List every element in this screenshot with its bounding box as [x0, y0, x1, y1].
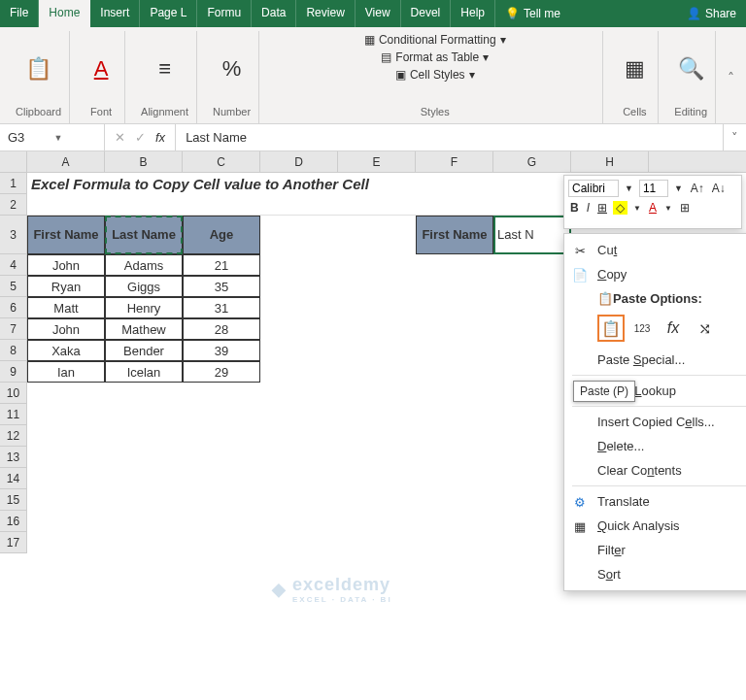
table-cell[interactable]: Xaka — [27, 340, 105, 361]
table-header[interactable]: First Name — [27, 216, 105, 254]
paste-option-paste[interactable]: 📋 — [597, 315, 625, 342]
col-header-d[interactable]: D — [260, 151, 338, 172]
cell-styles[interactable]: ▣Cell Styles ▾ — [395, 68, 475, 82]
table-cell[interactable]: Adams — [105, 254, 183, 276]
border-button[interactable]: ⊞ — [678, 201, 692, 215]
number-button[interactable]: % — [217, 53, 248, 84]
menu-insert-copied[interactable]: Insert Copied Cells... — [564, 410, 746, 434]
menu-translate[interactable]: ⚙Translate — [564, 489, 746, 514]
table-cell[interactable]: 35 — [183, 276, 260, 297]
paste-option-transpose[interactable]: ⤭ — [691, 315, 718, 342]
row-header[interactable]: 11 — [0, 404, 27, 425]
table-cell[interactable]: 39 — [183, 340, 260, 361]
font-color-button[interactable]: A — [647, 201, 659, 215]
row-header[interactable]: 1 — [0, 173, 27, 194]
grow-font-icon[interactable]: A↑ — [689, 182, 706, 195]
editing-button[interactable]: 🔍 — [675, 53, 706, 84]
selected-cell[interactable]: Last N — [493, 216, 571, 254]
menu-delete[interactable]: Delete... — [564, 434, 746, 458]
table-cell[interactable]: Giggs — [105, 276, 183, 297]
name-box[interactable]: G3▼ — [0, 124, 105, 150]
tab-review[interactable]: Review — [296, 0, 355, 27]
row-header[interactable]: 7 — [0, 318, 27, 340]
fx-icon[interactable]: fx — [155, 130, 165, 145]
paste-button[interactable]: 📋 — [23, 53, 54, 84]
row-header[interactable]: 13 — [0, 447, 27, 468]
mini-font-select[interactable] — [568, 180, 619, 197]
table-cell[interactable]: Ryan — [27, 276, 105, 297]
tab-data[interactable]: Data — [252, 0, 296, 27]
menu-filter[interactable]: Filter — [564, 538, 746, 562]
row-header[interactable]: 8 — [0, 340, 27, 361]
share-button[interactable]: 👤Share — [677, 0, 746, 27]
tab-home[interactable]: Home — [39, 0, 90, 27]
table-header-copied[interactable]: Last Name — [105, 216, 183, 254]
tab-view[interactable]: View — [356, 0, 401, 27]
row-header[interactable]: 6 — [0, 297, 27, 318]
dest-header[interactable]: First Name — [416, 216, 493, 254]
tell-me[interactable]: 💡Tell me — [495, 0, 570, 27]
bold-button[interactable]: B — [568, 201, 581, 215]
tab-file[interactable]: File — [0, 0, 39, 27]
table-cell[interactable]: 31 — [183, 297, 260, 318]
tab-insert[interactable]: Insert — [90, 0, 140, 27]
table-cell[interactable]: John — [27, 254, 105, 276]
formula-input[interactable]: Last Name — [176, 124, 723, 150]
alignment-button[interactable]: ≡ — [150, 53, 181, 84]
row-header[interactable]: 14 — [0, 468, 27, 489]
col-header-b[interactable]: B — [105, 151, 183, 172]
font-button[interactable]: A — [85, 53, 117, 84]
expand-formula-icon[interactable]: ˅ — [723, 124, 746, 150]
col-header-h[interactable]: H — [571, 151, 649, 172]
paste-option-values[interactable]: 123 — [628, 315, 656, 342]
shrink-font-icon[interactable]: A↓ — [710, 182, 728, 195]
title-cell[interactable]: Excel Formula to Copy Cell value to Anot… — [27, 173, 649, 194]
collapse-ribbon-icon[interactable]: ˄ — [724, 70, 738, 85]
row-header[interactable]: 5 — [0, 276, 27, 297]
cells-button[interactable]: ▦ — [619, 53, 650, 84]
table-cell[interactable]: 28 — [183, 318, 260, 340]
table-cell[interactable]: Mathew — [105, 318, 183, 340]
menu-cut[interactable]: ✂Cut — [564, 238, 746, 262]
menu-sort[interactable]: Sort — [564, 562, 746, 586]
col-header-a[interactable]: A — [27, 151, 105, 172]
table-cell[interactable]: Ian — [27, 361, 105, 383]
col-header-f[interactable]: F — [416, 151, 493, 172]
tab-help[interactable]: Help — [451, 0, 495, 27]
underline-button[interactable]: ⊞ — [595, 201, 609, 215]
row-header[interactable]: 12 — [0, 425, 27, 447]
table-cell[interactable]: Matt — [27, 297, 105, 318]
row-header[interactable]: 10 — [0, 383, 27, 404]
row-header[interactable]: 4 — [0, 254, 27, 276]
menu-copy[interactable]: 📄Copy — [564, 262, 746, 286]
col-header-c[interactable]: C — [183, 151, 260, 172]
cancel-icon[interactable]: ✕ — [115, 130, 125, 145]
mini-size-select[interactable] — [639, 180, 668, 197]
tab-page-layout[interactable]: Page L — [140, 0, 197, 27]
table-cell[interactable]: John — [27, 318, 105, 340]
row-header[interactable]: 2 — [0, 194, 27, 216]
row-header[interactable]: 3 — [0, 216, 27, 254]
row-header[interactable]: 17 — [0, 532, 27, 553]
tab-formulas[interactable]: Formu — [197, 0, 252, 27]
table-cell[interactable]: 29 — [183, 361, 260, 383]
italic-button[interactable]: I — [585, 201, 592, 215]
select-all[interactable] — [0, 151, 27, 172]
table-cell[interactable]: Bender — [105, 340, 183, 361]
enter-icon[interactable]: ✓ — [135, 130, 146, 145]
col-header-e[interactable]: E — [338, 151, 416, 172]
table-header[interactable]: Age — [183, 216, 260, 254]
col-header-g[interactable]: G — [493, 151, 571, 172]
fill-color-button[interactable]: ◇ — [613, 201, 627, 215]
table-cell[interactable]: Henry — [105, 297, 183, 318]
menu-paste-special[interactable]: Paste Special... — [564, 348, 746, 372]
tab-developer[interactable]: Devel — [401, 0, 452, 27]
paste-option-formulas[interactable]: fx — [660, 315, 687, 342]
row-header[interactable]: 9 — [0, 361, 27, 383]
menu-clear-contents[interactable]: Clear Contents — [564, 458, 746, 483]
row-header[interactable]: 15 — [0, 489, 27, 511]
table-cell[interactable]: Icelan — [105, 361, 183, 383]
row-header[interactable]: 16 — [0, 511, 27, 532]
format-as-table[interactable]: ▤Format as Table ▾ — [381, 50, 489, 64]
menu-quick-analysis[interactable]: ▦Quick Analysis — [564, 514, 746, 538]
